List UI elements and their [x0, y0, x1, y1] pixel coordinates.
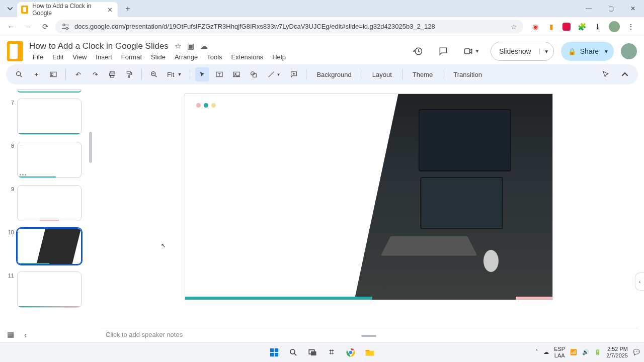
menu-edit[interactable]: Edit	[49, 52, 67, 62]
browser-tab[interactable]: How to Add a Clock in Google ✕	[17, 2, 118, 17]
tray-chevron-icon[interactable]: ˄	[535, 349, 538, 355]
collapse-filmstrip-button[interactable]: ‹	[24, 330, 27, 339]
slideshow-button[interactable]: Slideshow ▼	[491, 42, 554, 61]
share-button[interactable]: 🔒 Share ▼	[561, 42, 614, 61]
move-document-icon[interactable]: ▣	[187, 42, 194, 51]
bookmark-icon[interactable]: ☆	[511, 23, 517, 31]
back-button[interactable]: ←	[4, 20, 18, 34]
slides-logo[interactable]	[7, 41, 23, 61]
menu-view[interactable]: View	[69, 52, 90, 62]
new-slide-button[interactable]: ＋	[29, 67, 43, 81]
tab-close-button[interactable]: ✕	[107, 6, 113, 14]
comment-tool-button[interactable]	[287, 67, 301, 81]
menu-extensions[interactable]: Extensions	[228, 52, 267, 62]
svg-rect-12	[127, 71, 130, 73]
zoom-tool-button[interactable]	[147, 67, 161, 81]
transition-button[interactable]: Transition	[448, 67, 487, 81]
reload-button[interactable]: ⟳	[38, 20, 52, 34]
slide-thumbnail-7[interactable]	[17, 99, 82, 135]
start-button[interactable]	[267, 345, 281, 359]
slide-panel[interactable]: 7 8 ··· 9 10 11	[0, 86, 93, 328]
star-document-icon[interactable]: ☆	[175, 42, 181, 51]
svg-rect-5	[464, 49, 469, 54]
share-dropdown[interactable]: ▼	[604, 49, 609, 54]
version-history-button[interactable]	[409, 42, 427, 60]
select-tool-button[interactable]	[195, 67, 209, 81]
theme-button[interactable]: Theme	[408, 67, 438, 81]
tray-language[interactable]: ESP LAA	[554, 346, 565, 358]
slide-number: 8	[7, 142, 14, 178]
print-button[interactable]	[105, 67, 119, 81]
shape-tool-button[interactable]	[247, 67, 261, 81]
downloads-button[interactable]: ⭳	[593, 22, 603, 32]
close-window-button[interactable]: ✕	[622, 0, 644, 17]
image-tool-button[interactable]	[229, 67, 244, 81]
show-side-panel-button[interactable]: ‹	[635, 273, 644, 291]
forward-button[interactable]: →	[21, 20, 35, 34]
site-info-icon[interactable]	[61, 23, 69, 30]
undo-button[interactable]: ↶	[71, 67, 85, 81]
search-menus-button[interactable]	[12, 67, 26, 81]
grid-view-button[interactable]: ▦	[7, 330, 14, 339]
new-slide-with-layout-button[interactable]	[46, 67, 60, 81]
background-button[interactable]: Background	[311, 67, 356, 81]
window-controls: ― ▢ ✕	[578, 0, 644, 17]
meet-button[interactable]: ▼	[459, 42, 484, 60]
taskbar-app-explorer[interactable]	[363, 345, 377, 359]
line-tool-button[interactable]: ▼	[264, 67, 284, 81]
menu-tools[interactable]: Tools	[203, 52, 225, 62]
taskbar-app-slack[interactable]: ⌗	[325, 345, 339, 359]
task-view-button[interactable]	[305, 345, 319, 359]
slide-thumbnail-6-partial[interactable]	[17, 89, 82, 93]
extension-icon-1[interactable]: ◉	[530, 22, 540, 32]
extension-icon-2[interactable]: ▮	[546, 22, 556, 32]
taskbar-search-button[interactable]	[286, 345, 300, 359]
taskbar-app-chrome[interactable]	[344, 345, 358, 359]
slide-thumbnail-10[interactable]	[17, 228, 82, 264]
url-input[interactable]: docs.google.com/presentation/d/19OtFufsl…	[55, 20, 523, 34]
tray-onedrive-icon[interactable]: ☁	[543, 349, 549, 355]
pointer-mode-button[interactable]	[599, 67, 613, 81]
hide-menus-button[interactable]	[618, 67, 632, 81]
menu-insert[interactable]: Insert	[92, 52, 116, 62]
svg-point-24	[290, 349, 295, 354]
menu-format[interactable]: Format	[118, 52, 145, 62]
profile-avatar[interactable]	[609, 21, 620, 32]
slide-number: 7	[7, 99, 14, 135]
tray-wifi-icon[interactable]: 📶	[570, 349, 577, 355]
tray-volume-icon[interactable]: 🔊	[582, 349, 589, 355]
menu-help[interactable]: Help	[269, 52, 289, 62]
tray-clock[interactable]: 2:52 PM 2/7/2025	[606, 346, 628, 358]
document-title[interactable]: How to Add a Clock in Google Slides	[29, 41, 169, 51]
panel-scrollbar[interactable]	[89, 132, 92, 163]
tray-notifications-icon[interactable]: 💬	[633, 349, 640, 355]
minimize-button[interactable]: ―	[578, 0, 600, 17]
slide-canvas[interactable]	[185, 94, 553, 300]
svg-rect-11	[111, 75, 114, 77]
redo-button[interactable]: ↷	[88, 67, 102, 81]
chrome-menu-button[interactable]: ⋮	[626, 22, 636, 32]
canvas-area[interactable]	[93, 86, 644, 328]
slide-thumbnail-11[interactable]	[17, 272, 82, 308]
slideshow-dropdown[interactable]: ▼	[539, 49, 553, 54]
slide-image[interactable]	[354, 94, 552, 300]
tray-battery-icon[interactable]: 🔋	[594, 349, 601, 355]
account-avatar[interactable]	[621, 43, 637, 59]
cloud-status-icon[interactable]: ☁	[200, 42, 208, 51]
new-tab-button[interactable]: ＋	[121, 2, 135, 16]
search-tabs-button[interactable]	[3, 2, 17, 16]
menu-arrange[interactable]: Arrange	[171, 52, 201, 62]
extensions-button[interactable]: 🧩	[577, 22, 587, 32]
zoom-select[interactable]: Fit ▼	[164, 71, 185, 78]
slide-thumbnail-8[interactable]: ···	[17, 142, 82, 178]
slide-thumbnail-9[interactable]	[17, 185, 82, 221]
textbox-tool-button[interactable]	[212, 67, 226, 81]
comments-button[interactable]	[434, 42, 452, 60]
layout-button[interactable]: Layout	[367, 67, 397, 81]
extension-icon-3[interactable]	[562, 23, 571, 31]
menu-slide[interactable]: Slide	[147, 52, 169, 62]
maximize-button[interactable]: ▢	[600, 0, 622, 17]
menu-file[interactable]: File	[29, 52, 47, 62]
speaker-notes[interactable]: Click to add speaker notes	[101, 328, 638, 341]
paint-format-button[interactable]	[122, 67, 136, 81]
